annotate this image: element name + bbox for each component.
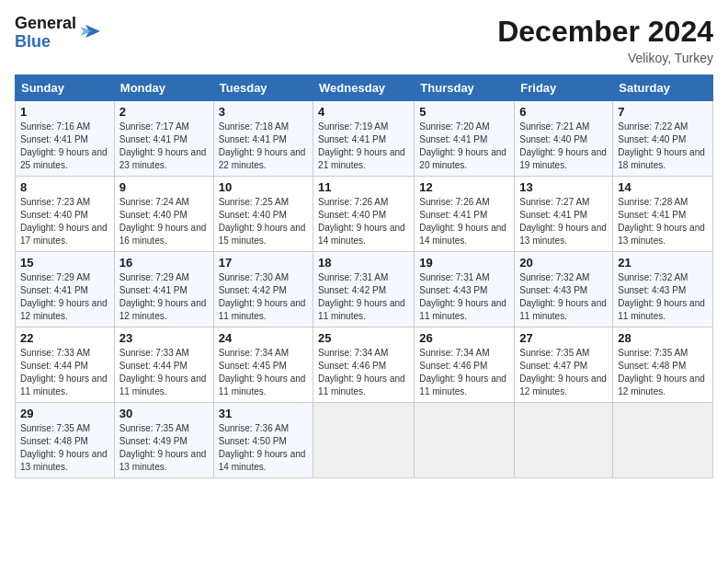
day-number: 15 [20,256,109,270]
day-header-tuesday: Tuesday [213,75,313,101]
day-info: Sunrise: 7:18 AM Sunset: 4:41 PM Dayligh… [219,121,308,172]
calendar-cell: 8Sunrise: 7:23 AM Sunset: 4:40 PM Daylig… [16,177,115,252]
calendar-cell: 6Sunrise: 7:21 AM Sunset: 4:40 PM Daylig… [515,101,613,177]
day-info: Sunrise: 7:22 AM Sunset: 4:40 PM Dayligh… [618,121,708,172]
calendar-cell: 23Sunrise: 7:33 AM Sunset: 4:44 PM Dayli… [114,327,213,403]
day-number: 27 [519,331,608,345]
day-number: 30 [119,407,209,420]
day-number: 18 [318,256,409,270]
calendar-cell: 12Sunrise: 7:26 AM Sunset: 4:41 PM Dayli… [415,177,515,252]
day-number: 29 [20,407,109,420]
day-number: 26 [419,331,509,345]
calendar-table: SundayMondayTuesdayWednesdayThursdayFrid… [15,75,713,478]
calendar-cell: 22Sunrise: 7:33 AM Sunset: 4:44 PM Dayli… [16,327,115,403]
day-info: Sunrise: 7:32 AM Sunset: 4:43 PM Dayligh… [519,271,608,323]
day-info: Sunrise: 7:36 AM Sunset: 4:50 PM Dayligh… [219,422,308,474]
day-number: 14 [618,180,708,194]
day-info: Sunrise: 7:35 AM Sunset: 4:48 PM Dayligh… [618,347,708,398]
logo: General Blue [15,15,100,52]
calendar-cell: 31Sunrise: 7:36 AM Sunset: 4:50 PM Dayli… [213,403,313,478]
day-number: 28 [618,331,708,345]
day-header-monday: Monday [114,75,213,101]
calendar-cell: 4Sunrise: 7:19 AM Sunset: 4:41 PM Daylig… [313,101,415,177]
day-info: Sunrise: 7:28 AM Sunset: 4:41 PM Dayligh… [618,196,708,247]
day-number: 1 [20,105,109,119]
day-info: Sunrise: 7:35 AM Sunset: 4:49 PM Dayligh… [119,422,209,474]
day-number: 12 [419,180,509,194]
logo-bird-icon [80,21,100,41]
calendar-week-row: 1Sunrise: 7:16 AM Sunset: 4:41 PM Daylig… [16,101,713,177]
day-header-wednesday: Wednesday [313,75,415,101]
calendar-cell: 2Sunrise: 7:17 AM Sunset: 4:41 PM Daylig… [114,101,213,177]
day-number: 3 [219,105,308,119]
calendar-cell [613,403,713,478]
day-header-saturday: Saturday [613,75,713,101]
day-number: 10 [219,180,308,194]
calendar-cell: 26Sunrise: 7:34 AM Sunset: 4:46 PM Dayli… [415,327,515,403]
day-info: Sunrise: 7:19 AM Sunset: 4:41 PM Dayligh… [318,121,409,172]
calendar-cell: 27Sunrise: 7:35 AM Sunset: 4:47 PM Dayli… [515,327,613,403]
calendar-cell: 1Sunrise: 7:16 AM Sunset: 4:41 PM Daylig… [16,101,115,177]
calendar-cell: 28Sunrise: 7:35 AM Sunset: 4:48 PM Dayli… [613,327,713,403]
day-info: Sunrise: 7:16 AM Sunset: 4:41 PM Dayligh… [20,121,109,172]
calendar-cell [415,403,515,478]
calendar-cell: 24Sunrise: 7:34 AM Sunset: 4:45 PM Dayli… [213,327,313,403]
day-info: Sunrise: 7:32 AM Sunset: 4:43 PM Dayligh… [618,271,708,323]
calendar-cell: 30Sunrise: 7:35 AM Sunset: 4:49 PM Dayli… [114,403,213,478]
day-info: Sunrise: 7:17 AM Sunset: 4:41 PM Dayligh… [119,121,209,172]
day-number: 17 [219,256,308,270]
day-number: 8 [20,180,109,194]
day-number: 31 [219,407,308,420]
day-number: 25 [318,331,409,345]
location: Velikoy, Turkey [497,51,713,65]
calendar-week-row: 29Sunrise: 7:35 AM Sunset: 4:48 PM Dayli… [16,403,713,478]
calendar-week-row: 15Sunrise: 7:29 AM Sunset: 4:41 PM Dayli… [16,252,713,327]
day-number: 23 [119,331,209,345]
calendar-cell: 11Sunrise: 7:26 AM Sunset: 4:40 PM Dayli… [313,177,415,252]
logo-general-text: General [15,15,76,33]
calendar-cell: 3Sunrise: 7:18 AM Sunset: 4:41 PM Daylig… [213,101,313,177]
title-block: December 2024 Velikoy, Turkey [497,15,713,65]
calendar-cell: 13Sunrise: 7:27 AM Sunset: 4:41 PM Dayli… [515,177,613,252]
day-info: Sunrise: 7:23 AM Sunset: 4:40 PM Dayligh… [20,196,109,247]
calendar-cell: 21Sunrise: 7:32 AM Sunset: 4:43 PM Dayli… [613,252,713,327]
day-info: Sunrise: 7:30 AM Sunset: 4:42 PM Dayligh… [219,271,308,323]
calendar-cell: 10Sunrise: 7:25 AM Sunset: 4:40 PM Dayli… [213,177,313,252]
calendar-cell: 9Sunrise: 7:24 AM Sunset: 4:40 PM Daylig… [114,177,213,252]
calendar-cell: 7Sunrise: 7:22 AM Sunset: 4:40 PM Daylig… [613,101,713,177]
day-number: 13 [519,180,608,194]
calendar-week-row: 8Sunrise: 7:23 AM Sunset: 4:40 PM Daylig… [16,177,713,252]
day-info: Sunrise: 7:29 AM Sunset: 4:41 PM Dayligh… [20,271,109,323]
day-info: Sunrise: 7:34 AM Sunset: 4:46 PM Dayligh… [419,347,509,398]
day-number: 7 [618,105,708,119]
logo-blue-text: Blue [15,33,76,52]
page-header: General Blue December 2024 Velikoy, Turk… [15,15,713,65]
calendar-header-row: SundayMondayTuesdayWednesdayThursdayFrid… [16,75,713,101]
day-number: 2 [119,105,209,119]
day-info: Sunrise: 7:34 AM Sunset: 4:46 PM Dayligh… [318,347,409,398]
calendar-cell: 19Sunrise: 7:31 AM Sunset: 4:43 PM Dayli… [415,252,515,327]
day-number: 5 [419,105,509,119]
day-number: 20 [519,256,608,270]
day-info: Sunrise: 7:20 AM Sunset: 4:41 PM Dayligh… [419,121,509,172]
calendar-cell: 16Sunrise: 7:29 AM Sunset: 4:41 PM Dayli… [114,252,213,327]
day-header-friday: Friday [515,75,613,101]
calendar-cell: 18Sunrise: 7:31 AM Sunset: 4:42 PM Dayli… [313,252,415,327]
day-number: 16 [119,256,209,270]
calendar-week-row: 22Sunrise: 7:33 AM Sunset: 4:44 PM Dayli… [16,327,713,403]
calendar-cell: 25Sunrise: 7:34 AM Sunset: 4:46 PM Dayli… [313,327,415,403]
calendar-cell [515,403,613,478]
day-info: Sunrise: 7:33 AM Sunset: 4:44 PM Dayligh… [20,347,109,398]
day-info: Sunrise: 7:33 AM Sunset: 4:44 PM Dayligh… [119,347,209,398]
day-number: 6 [519,105,608,119]
day-info: Sunrise: 7:26 AM Sunset: 4:40 PM Dayligh… [318,196,409,247]
day-info: Sunrise: 7:34 AM Sunset: 4:45 PM Dayligh… [219,347,308,398]
calendar-cell: 20Sunrise: 7:32 AM Sunset: 4:43 PM Dayli… [515,252,613,327]
day-number: 19 [419,256,509,270]
day-number: 11 [318,180,409,194]
calendar-cell: 5Sunrise: 7:20 AM Sunset: 4:41 PM Daylig… [415,101,515,177]
day-info: Sunrise: 7:31 AM Sunset: 4:43 PM Dayligh… [419,271,509,323]
day-number: 24 [219,331,308,345]
day-info: Sunrise: 7:21 AM Sunset: 4:40 PM Dayligh… [519,121,608,172]
calendar-cell [313,403,415,478]
